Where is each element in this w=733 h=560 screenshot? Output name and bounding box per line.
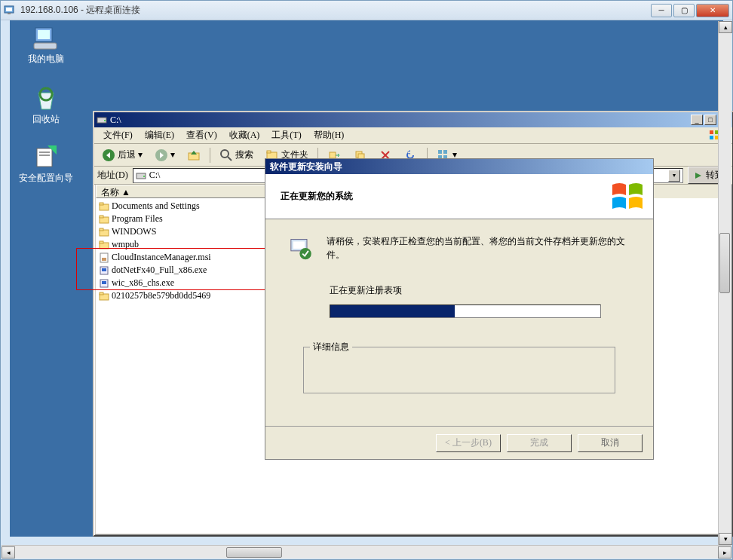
explorer-maximize-button[interactable]: □ — [704, 115, 716, 125]
my-computer-icon[interactable]: 我的电脑 — [19, 25, 73, 64]
cancel-button[interactable]: 取消 — [578, 434, 643, 452]
drive-icon — [97, 115, 107, 125]
svg-rect-13 — [710, 136, 713, 139]
forward-button[interactable]: ▾ — [150, 145, 179, 165]
svg-rect-25 — [438, 150, 442, 154]
svg-rect-7 — [39, 151, 50, 153]
explorer-minimize-button[interactable]: _ — [691, 115, 703, 125]
search-label: 搜索 — [235, 148, 253, 161]
dropdown-icon: ▾ — [170, 149, 175, 161]
svg-rect-40 — [102, 258, 106, 261]
scroll-track[interactable] — [15, 546, 718, 558]
file-name: wmpub — [112, 239, 287, 250]
rdp-icon — [4, 5, 16, 17]
svg-rect-42 — [102, 268, 106, 271]
scroll-thumb[interactable] — [226, 547, 283, 558]
security-icon — [32, 144, 60, 171]
back-button[interactable]: < 上一步(B) — [436, 434, 501, 452]
scroll-track[interactable] — [719, 33, 731, 533]
svg-rect-11 — [710, 130, 713, 134]
svg-rect-36 — [100, 228, 103, 231]
separator — [210, 148, 210, 163]
svg-point-10 — [104, 120, 106, 121]
security-wizard-icon[interactable]: 安全配置向导 — [19, 144, 73, 183]
svg-point-30 — [143, 176, 145, 177]
windows-logo-icon — [609, 179, 646, 215]
menu-edit[interactable]: 编辑(E) — [139, 127, 180, 144]
address-value: C:\ — [149, 170, 161, 181]
vertical-scrollbar[interactable]: ▴ ▾ — [718, 21, 731, 545]
menu-tools[interactable]: 工具(T) — [265, 127, 307, 144]
wizard-titlebar[interactable]: 软件更新安装向导 — [265, 159, 653, 174]
wizard-header-title: 正在更新您的系统 — [281, 190, 353, 203]
forward-icon — [155, 148, 168, 162]
wizard-header: 正在更新您的系统 — [265, 174, 653, 219]
details-legend: 详细信息 — [310, 341, 352, 353]
file-name: wic_x86_chs.exe — [112, 277, 287, 289]
explorer-titlebar[interactable]: C:\ _ □ ✕ — [94, 112, 732, 127]
scroll-thumb[interactable] — [719, 233, 730, 293]
svg-rect-34 — [100, 216, 103, 218]
back-label: 后退 — [118, 148, 136, 161]
svg-rect-5 — [34, 43, 57, 49]
wizard-body: 请稍侯，安装程序正检查您的当前配置、将您的当前文件存档并更新您的文件。 正在更新… — [265, 219, 653, 409]
details-fieldset: 详细信息 — [303, 341, 615, 393]
svg-rect-21 — [267, 151, 271, 153]
wizard-message-row: 请稍侯，安装程序正检查您的当前配置、将您的当前文件存档并更新您的文件。 — [288, 234, 630, 262]
recycle-bin-icon[interactable]: 回收站 — [19, 85, 73, 124]
explorer-title: C:\ — [110, 115, 689, 126]
scroll-up-button[interactable]: ▴ — [719, 21, 732, 33]
menu-favorites[interactable]: 收藏(A) — [223, 127, 266, 144]
svg-rect-22 — [330, 152, 336, 158]
menu-help[interactable]: 帮助(H) — [308, 127, 351, 144]
remote-desktop-area: 我的电脑 回收站 安全配置向导 C:\ _ □ ✕ 文件(F) 编辑( — [10, 20, 723, 537]
security-wizard-label: 安全配置向导 — [19, 173, 73, 183]
minimize-button[interactable]: ─ — [651, 4, 672, 17]
menu-file[interactable]: 文件(F) — [97, 127, 139, 144]
maximize-button[interactable]: ▢ — [673, 4, 695, 17]
wizard-dialog: 软件更新安装向导 正在更新您的系统 请稍侯，安装程序正检查您的当前配置、将您的当… — [265, 158, 654, 460]
rdp-titlebar[interactable]: 192.168.0.106 - 远程桌面连接 ─ ▢ ✕ — [1, 1, 732, 20]
wizard-title: 软件更新安装向导 — [270, 161, 342, 173]
window-controls: ─ ▢ ✕ — [649, 4, 729, 17]
finish-button[interactable]: 完成 — [507, 434, 572, 452]
progress-label: 正在更新注册表项 — [330, 284, 630, 297]
svg-rect-1 — [6, 8, 12, 11]
svg-rect-38 — [100, 241, 103, 243]
close-button[interactable]: ✕ — [696, 4, 729, 17]
go-icon — [693, 170, 704, 181]
drive-icon — [136, 170, 146, 181]
column-name[interactable]: 名称 ▲ — [96, 185, 284, 198]
search-button[interactable]: 搜索 — [215, 145, 258, 165]
rdp-window: 192.168.0.106 - 远程桌面连接 ─ ▢ ✕ 我的电脑 回收站 安全… — [0, 0, 733, 560]
svg-line-19 — [228, 157, 232, 161]
svg-rect-6 — [37, 148, 52, 167]
installer-icon — [288, 234, 314, 262]
address-dropdown-icon[interactable]: ▾ — [668, 170, 680, 182]
progress-bar — [330, 304, 601, 318]
file-name: Program Files — [112, 213, 287, 225]
recycle-bin-label: 回收站 — [32, 114, 60, 124]
wizard-footer: < 上一步(B) 完成 取消 — [265, 426, 653, 459]
file-name: CloudInstanceManager.msi — [112, 252, 287, 263]
computer-icon — [32, 25, 60, 52]
scroll-down-button[interactable]: ▾ — [719, 533, 732, 545]
scroll-left-button[interactable]: ◂ — [2, 546, 15, 558]
horizontal-scrollbar[interactable]: ◂ ▸ — [2, 545, 731, 558]
svg-rect-8 — [39, 155, 50, 156]
scroll-right-button[interactable]: ▸ — [718, 546, 731, 558]
file-name: WINDOWS — [112, 226, 287, 237]
rdp-title: 192.168.0.106 - 远程桌面连接 — [20, 4, 649, 17]
recycle-icon — [32, 85, 60, 112]
address-label: 地址(D) — [97, 169, 128, 182]
back-button[interactable]: 后退 ▾ — [97, 145, 147, 165]
explorer-menubar: 文件(F) 编辑(E) 查看(V) 收藏(A) 工具(T) 帮助(H) — [94, 127, 732, 144]
svg-point-18 — [221, 150, 228, 158]
search-icon — [219, 148, 233, 162]
menu-view[interactable]: 查看(V) — [180, 127, 223, 144]
wizard-message: 请稍侯，安装程序正检查您的当前配置、将您的当前文件存档并更新您的文件。 — [327, 234, 630, 262]
svg-rect-46 — [100, 292, 103, 295]
folder-up-icon — [187, 148, 201, 162]
up-button[interactable] — [182, 145, 205, 165]
svg-rect-2 — [8, 13, 11, 14]
